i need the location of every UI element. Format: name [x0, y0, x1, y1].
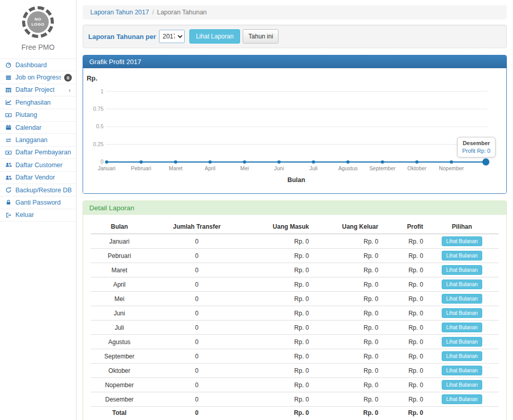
cell-total-label: Total: [91, 407, 148, 419]
sidebar-item-dashboard[interactable]: Dashboard: [0, 59, 76, 71]
x-tick-label: Mei: [240, 166, 249, 171]
cell-pilihan: Lihat Bulanan: [425, 234, 499, 249]
x-tick-label: Maret: [169, 166, 183, 171]
view-report-button[interactable]: Lihat Laporan: [189, 29, 240, 44]
data-point-september[interactable]: [381, 161, 384, 164]
cell-jumlah-transfer: 0: [148, 249, 246, 263]
data-point-nopember[interactable]: [450, 161, 453, 164]
sidebar-item-label: Keluar: [15, 211, 34, 218]
data-point-agustus[interactable]: [346, 161, 349, 164]
year-filter-bar: Laporan Tahunan per 2017 Lihat Laporan T…: [83, 25, 507, 48]
data-point-januari[interactable]: [105, 161, 108, 164]
cell-profit: Rp. 0: [380, 263, 425, 277]
view-monthly-button-september[interactable]: Lihat Bulanan: [442, 351, 482, 361]
sidebar-item-daftar-customer[interactable]: Daftar Customer: [0, 159, 76, 171]
cell-pilihan: Lihat Bulanan: [425, 249, 499, 263]
sidebar-item-backup-restore-db[interactable]: Backup/Restore DB: [0, 184, 76, 196]
sidebar-item-label: Penghasilan: [15, 99, 51, 106]
table-row-mei: Mei0Rp. 0Rp. 0Rp. 0Lihat Bulanan: [91, 292, 499, 306]
cell-profit: Rp. 0: [380, 364, 425, 378]
breadcrumb-link-laporan-tahun[interactable]: Laporan Tahun 2017: [90, 9, 149, 16]
cell-total-pilihan: [425, 407, 499, 419]
sidebar-item-langganan[interactable]: Langganan: [0, 134, 76, 146]
chart-tooltip-title: Desember: [462, 140, 490, 146]
cell-jumlah-transfer: 0: [148, 234, 246, 249]
view-monthly-button-desember[interactable]: Lihat Bulanan: [442, 394, 482, 404]
view-monthly-button-juni[interactable]: Lihat Bulanan: [442, 308, 482, 318]
view-monthly-button-nopember[interactable]: Lihat Bulanan: [442, 380, 482, 390]
sidebar-item-label: Piutang: [15, 111, 37, 118]
view-monthly-button-april[interactable]: Lihat Bulanan: [442, 279, 482, 289]
cell-pilihan: Lihat Bulanan: [425, 277, 499, 292]
cell-pilihan: Lihat Bulanan: [425, 378, 499, 392]
table-row-juli: Juli0Rp. 0Rp. 0Rp. 0Lihat Bulanan: [91, 321, 499, 335]
cell-profit: Rp. 0: [380, 277, 425, 292]
cell-uang-masuk: Rp. 0: [246, 306, 311, 321]
breadcrumb-current: Laporan Tahunan: [157, 9, 207, 16]
sidebar-item-calendar[interactable]: Calendar: [0, 122, 76, 134]
view-monthly-button-mei[interactable]: Lihat Bulanan: [442, 294, 482, 304]
view-monthly-button-pebruari[interactable]: Lihat Bulanan: [442, 251, 482, 261]
col-header-profit: Profit: [380, 220, 425, 234]
sidebar-item-label: Backup/Restore DB: [15, 187, 72, 194]
data-point-juli[interactable]: [312, 161, 315, 164]
sidebar-item-label: Langganan: [15, 136, 48, 144]
data-point-pebruari[interactable]: [140, 161, 143, 164]
cell-uang-keluar: Rp. 0: [311, 335, 380, 349]
x-tick-label: Pebruari: [131, 166, 151, 171]
view-monthly-button-oktober[interactable]: Lihat Bulanan: [442, 366, 482, 375]
data-point-juni[interactable]: [278, 161, 281, 164]
cell-uang-masuk: Rp. 0: [246, 234, 311, 249]
table-total-row: Total0Rp. 0Rp. 0Rp. 0: [91, 407, 499, 419]
table-row-pebruari: Pebruari0Rp. 0Rp. 0Rp. 0Lihat Bulanan: [91, 249, 499, 263]
lock-icon: [5, 199, 12, 206]
sidebar-item-piutang[interactable]: Piutang: [0, 109, 76, 122]
cell-bulan: Oktober: [91, 364, 148, 378]
cell-total-jumlah: 0: [148, 407, 246, 419]
view-monthly-button-maret[interactable]: Lihat Bulanan: [442, 265, 482, 275]
cell-uang-masuk: Rp. 0: [246, 249, 311, 263]
cell-uang-masuk: Rp. 0: [246, 277, 311, 292]
cell-uang-masuk: Rp. 0: [246, 335, 311, 349]
data-point-oktober[interactable]: [416, 161, 419, 164]
x-tick-label: Nopember: [439, 166, 464, 171]
data-point-april[interactable]: [208, 161, 211, 164]
view-monthly-button-januari[interactable]: Lihat Bulanan: [442, 236, 482, 246]
sidebar-item-daftar-vendor[interactable]: Daftar Vendor: [0, 172, 76, 184]
cell-uang-masuk: Rp. 0: [246, 392, 311, 407]
sidebar-item-job-on-progress[interactable]: Job on Progress0: [0, 71, 76, 84]
view-monthly-button-juli[interactable]: Lihat Bulanan: [442, 323, 482, 332]
this-year-button[interactable]: Tahun ini: [243, 29, 279, 44]
cell-jumlah-transfer: 0: [148, 263, 246, 277]
app-layout: NO LOGO Free PMO DashboardJob on Progres…: [0, 0, 513, 420]
sidebar-item-ganti-password[interactable]: Ganti Password: [0, 196, 76, 209]
sidebar-item-penghasilan[interactable]: Penghasilan: [0, 96, 76, 109]
breadcrumb: Laporan Tahun 2017/Laporan Tahunan: [83, 5, 507, 19]
cell-bulan: Januari: [91, 234, 148, 249]
cell-profit: Rp. 0: [380, 321, 425, 335]
cell-uang-masuk: Rp. 0: [246, 263, 311, 277]
table-header-row: Bulan Jumlah Transfer Uang Masuk Uang Ke…: [91, 220, 499, 234]
x-tick-label: Juli: [309, 166, 318, 171]
table-row-april: April0Rp. 0Rp. 0Rp. 0Lihat Bulanan: [91, 277, 499, 292]
cell-jumlah-transfer: 0: [148, 364, 246, 378]
table-row-nopember: Nopember0Rp. 0Rp. 0Rp. 0Lihat Bulanan: [91, 378, 499, 392]
cell-profit: Rp. 0: [380, 234, 425, 249]
detail-report-table-wrap: Bulan Jumlah Transfer Uang Masuk Uang Ke…: [83, 215, 506, 420]
x-tick-label: Oktober: [407, 166, 427, 171]
view-monthly-button-agustus[interactable]: Lihat Bulanan: [442, 337, 482, 347]
sidebar-item-keluar[interactable]: Keluar: [0, 209, 76, 222]
data-point-maret[interactable]: [174, 161, 177, 164]
x-tick-label: Juni: [274, 166, 284, 171]
sidebar-nav: DashboardJob on Progress0Daftar Project‹…: [0, 58, 76, 222]
profit-chart-title: Grafik Profit 2017: [83, 55, 506, 68]
cell-profit: Rp. 0: [380, 349, 425, 364]
data-point-desember[interactable]: [482, 158, 489, 166]
cell-profit: Rp. 0: [380, 378, 425, 392]
sidebar-item-daftar-project[interactable]: Daftar Project‹: [0, 84, 76, 96]
year-select[interactable]: 2017: [159, 30, 185, 43]
data-point-mei[interactable]: [243, 161, 246, 164]
chart-tooltip: Desember Profit Rp: 0: [457, 137, 496, 157]
x-tick-label: Agustus: [338, 166, 358, 171]
sidebar-item-daftar-pembayaran[interactable]: Daftar Pembayaran: [0, 147, 76, 159]
